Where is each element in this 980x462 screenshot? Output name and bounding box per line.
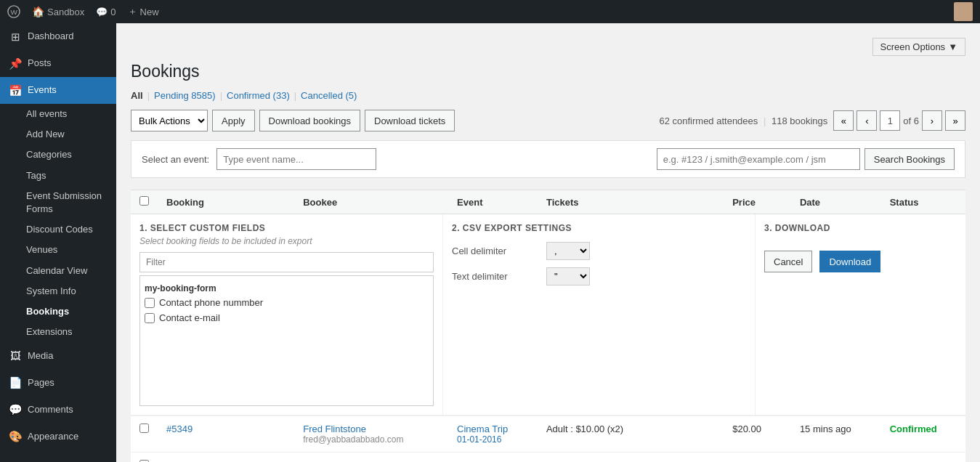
fields-filter-input[interactable] bbox=[139, 252, 434, 272]
screen-options-bar: Screen Options ▼ bbox=[131, 38, 965, 56]
csv-step3-title: 3. DOWNLOAD bbox=[764, 223, 830, 233]
text-delimiter-label: Text delimiter bbox=[452, 271, 539, 282]
bookings-table: Booking Bookee Event Tickets Price Date … bbox=[131, 190, 965, 462]
tab-cancelled[interactable]: Cancelled (5) bbox=[301, 90, 357, 101]
row-checkbox[interactable] bbox=[139, 423, 149, 433]
pages-icon: 📄 bbox=[9, 375, 22, 390]
svg-text:W: W bbox=[11, 8, 18, 16]
apply-button[interactable]: Apply bbox=[212, 110, 255, 131]
sidebar-item-event-submission-forms[interactable]: Event Submission Forms bbox=[26, 186, 116, 219]
download-tickets-button[interactable]: Download tickets bbox=[365, 110, 455, 131]
prev-page-button[interactable]: ‹ bbox=[857, 110, 877, 131]
tab-all[interactable]: All bbox=[131, 90, 143, 101]
sidebar-item-discount-codes[interactable]: Discount Codes bbox=[26, 219, 116, 240]
booking-id-link[interactable]: #5349 bbox=[166, 423, 193, 434]
toolbar: Bulk Actions Apply Download bookings Dow… bbox=[131, 110, 965, 131]
confirmed-count: 62 confirmed attendees | 118 bookings bbox=[659, 115, 827, 126]
event-search-input[interactable] bbox=[216, 148, 376, 170]
sidebar-sub-events: All events Add New Categories Tags Event… bbox=[0, 104, 116, 342]
new-link[interactable]: ＋ New bbox=[128, 5, 159, 18]
main-content: Screen Options ▼ Bookings All | Pending … bbox=[116, 23, 980, 462]
cell-delimiter-row: Cell delimiter , bbox=[452, 242, 746, 260]
sidebar-item-appearance[interactable]: 🎨 Appearance bbox=[0, 423, 116, 450]
search-bookings-button[interactable]: Search Bookings bbox=[864, 148, 955, 170]
comments-link[interactable]: 💬 0 bbox=[96, 7, 116, 17]
sidebar-item-tags[interactable]: Tags bbox=[26, 166, 116, 186]
tab-confirmed[interactable]: Confirmed (33) bbox=[227, 90, 290, 101]
sidebar-item-bookings[interactable]: Bookings bbox=[26, 301, 116, 322]
field-checkbox-email[interactable] bbox=[145, 313, 155, 323]
bookee-email: fred@yabbadabbado.com bbox=[303, 434, 440, 445]
col-header-booking: Booking bbox=[158, 190, 294, 214]
sidebar-item-system-info[interactable]: System Info bbox=[26, 281, 116, 301]
status-badge: Confirmed bbox=[890, 423, 937, 434]
sidebar-item-comments[interactable]: 💬 Comments bbox=[0, 396, 116, 423]
sidebar-item-calendar-view[interactable]: Calendar View bbox=[26, 261, 116, 281]
tab-pending[interactable]: Pending 8585) bbox=[154, 90, 216, 101]
screen-options-button[interactable]: Screen Options ▼ bbox=[872, 38, 965, 56]
sidebar-item-categories[interactable]: Categories bbox=[26, 145, 116, 165]
price-cell: $150.00 bbox=[724, 453, 791, 463]
sidebar-item-events[interactable]: 📅 Events bbox=[0, 77, 116, 104]
dashboard-icon: ⊞ bbox=[9, 29, 22, 44]
first-page-button[interactable]: « bbox=[833, 110, 854, 131]
cell-delimiter-select[interactable]: , bbox=[546, 242, 590, 260]
field-label-phone: Contact phone nummber bbox=[159, 297, 263, 308]
search-right: Search Bookings bbox=[657, 148, 955, 170]
sidebar-item-add-new[interactable]: Add New bbox=[26, 124, 116, 145]
tickets-cell: Trigger Happy Pack : $150.00 bbox=[538, 453, 724, 463]
col-header-bookee: Bookee bbox=[294, 190, 448, 214]
col-header-tickets: Tickets bbox=[538, 190, 724, 214]
price-cell: $20.00 bbox=[724, 416, 791, 453]
wp-logo[interactable]: W bbox=[7, 5, 20, 18]
col-header-price: Price bbox=[724, 190, 791, 214]
comments-sidebar-icon: 💬 bbox=[9, 402, 22, 417]
posts-icon: 📌 bbox=[9, 56, 22, 71]
csv-step1: 1. SELECT CUSTOM FIELDS Select booking f… bbox=[131, 214, 443, 416]
csv-step1-subtitle: Select booking fields to be included in … bbox=[139, 236, 434, 246]
avatar[interactable] bbox=[954, 2, 973, 21]
cancel-button[interactable]: Cancel bbox=[764, 251, 812, 272]
sidebar-item-media[interactable]: 🖼 Media bbox=[0, 342, 116, 369]
sidebar-item-dashboard[interactable]: ⊞ Dashboard bbox=[0, 23, 116, 50]
sidebar-item-extensions[interactable]: Extensions bbox=[26, 322, 116, 342]
chevron-down-icon: ▼ bbox=[948, 41, 957, 52]
cell-delimiter-label: Cell delimiter bbox=[452, 246, 539, 256]
col-header-status: Status bbox=[881, 190, 965, 214]
field-item-email[interactable]: Contact e-mail bbox=[145, 310, 429, 325]
text-delimiter-select[interactable]: " bbox=[546, 267, 590, 285]
select-event-label: Select an event: bbox=[142, 154, 209, 165]
events-icon: 📅 bbox=[9, 83, 22, 98]
field-label-email: Contact e-mail bbox=[159, 312, 220, 323]
field-checkbox-phone[interactable] bbox=[145, 298, 155, 308]
field-item-phone[interactable]: Contact phone nummber bbox=[145, 295, 429, 310]
last-page-button[interactable]: » bbox=[945, 110, 965, 131]
tabs-bar: All | Pending 8585) | Confirmed (33) | C… bbox=[131, 90, 965, 101]
current-page[interactable]: 1 bbox=[880, 110, 900, 131]
toolbar-right: 62 confirmed attendees | 118 bookings « … bbox=[659, 110, 965, 131]
event-name-link[interactable]: Cinema Trip bbox=[457, 423, 508, 434]
site-name[interactable]: 🏠 Sandbox bbox=[32, 6, 84, 17]
csv-step2: 2. CSV EXPORT SETTINGS Cell delimiter , bbox=[443, 214, 756, 416]
field-group-label: my-booking-form bbox=[145, 280, 429, 295]
date-cell: 15 mins ago bbox=[791, 416, 881, 453]
csv-step2-title: 2. CSV EXPORT SETTINGS bbox=[452, 223, 746, 233]
select-all-checkbox[interactable] bbox=[139, 196, 149, 206]
media-icon: 🖼 bbox=[9, 348, 22, 363]
tickets-cell: Adult : $10.00 (x2) bbox=[538, 416, 724, 453]
search-row: Select an event: Search Bookings bbox=[131, 140, 965, 178]
bulk-actions-select[interactable]: Bulk Actions bbox=[131, 110, 208, 131]
download-button[interactable]: Download bbox=[819, 251, 880, 272]
col-header-date: Date bbox=[791, 190, 881, 214]
sidebar-item-venues[interactable]: Venues bbox=[26, 240, 116, 260]
sidebar: ⊞ Dashboard 📌 Posts 📅 Events All events … bbox=[0, 23, 116, 462]
booking-search-input[interactable] bbox=[657, 148, 860, 170]
sidebar-item-all-events[interactable]: All events bbox=[26, 104, 116, 124]
bookee-name-link[interactable]: Fred Flintstone bbox=[303, 423, 366, 434]
sidebar-item-pages[interactable]: 📄 Pages bbox=[0, 369, 116, 396]
csv-step3: 3. DOWNLOAD Cancel Download bbox=[756, 214, 965, 416]
next-page-button[interactable]: › bbox=[922, 110, 942, 131]
sidebar-item-posts[interactable]: 📌 Posts bbox=[0, 50, 116, 77]
download-bookings-button[interactable]: Download bookings bbox=[259, 110, 360, 131]
page-title: Bookings bbox=[131, 62, 965, 81]
